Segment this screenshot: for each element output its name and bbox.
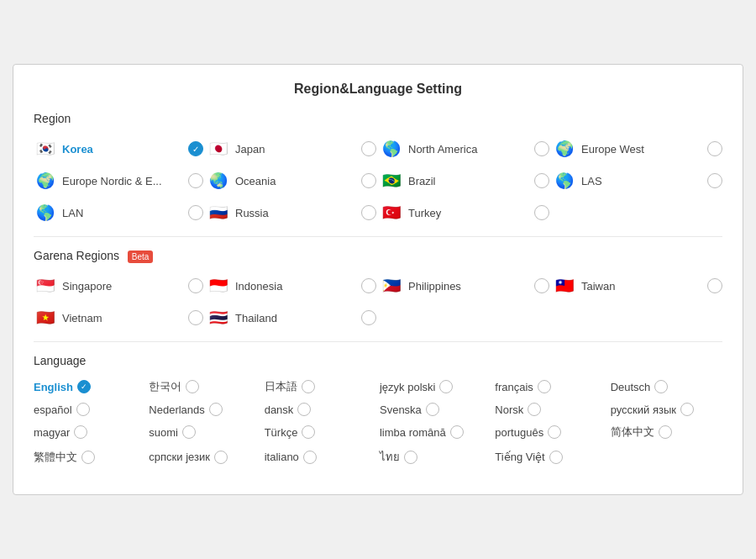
garena-label-thailand: Thailand <box>235 312 356 324</box>
lang-item-dutch[interactable]: Nederlands <box>149 403 260 416</box>
lang-label-spanish: español <box>34 403 72 416</box>
lang-label-vietnamese: Tiếng Việt <box>495 451 544 463</box>
garena-label-singapore: Singapore <box>62 280 183 293</box>
garena-grid: 🇸🇬 Singapore 🇮🇩 Indonesia 🇵🇭 Philippines… <box>34 274 722 330</box>
garena-item-vietnam[interactable]: 🇻🇳 Vietnam <box>34 306 203 330</box>
region-label-europe_nordic: Europe Nordic & E... <box>62 175 183 187</box>
garena-item-singapore[interactable]: 🇸🇬 Singapore <box>34 274 203 298</box>
garena-item-philippines[interactable]: 🇵🇭 Philippines <box>380 274 549 298</box>
lang-item-serbian[interactable]: српски језик <box>149 448 260 466</box>
check-thailand <box>361 310 376 325</box>
lang-check-dutch <box>209 403 223 416</box>
check-las <box>707 173 722 188</box>
lang-item-polish[interactable]: język polski <box>380 379 491 394</box>
garena-item-taiwan[interactable]: 🇹🇼 Taiwan <box>553 274 722 298</box>
check-korea: ✓ <box>188 141 203 156</box>
region-item-russia[interactable]: 🇷🇺 Russia <box>207 201 376 224</box>
lang-check-turkish <box>302 425 315 439</box>
language-section-title: Language <box>34 354 722 367</box>
flag-north_america: 🌎 <box>380 137 403 161</box>
lang-item-norwegian[interactable]: Norsk <box>495 403 606 416</box>
lang-label-dutch: Nederlands <box>149 403 205 416</box>
flag-philippines: 🇵🇭 <box>380 274 403 298</box>
region-item-europe_nordic[interactable]: 🌍 Europe Nordic & E... <box>34 169 203 192</box>
lang-check-french <box>538 380 551 393</box>
lang-item-spanish[interactable]: español <box>34 403 145 416</box>
region-label-oceania: Oceania <box>235 175 356 187</box>
lang-check-romanian <box>450 425 464 439</box>
flag-korea: 🇰🇷 <box>34 137 57 161</box>
region-label-russia: Russia <box>235 207 356 219</box>
flag-europe_nordic: 🌍 <box>34 169 57 192</box>
lang-item-traditional_chinese[interactable]: 繁體中文 <box>34 448 145 466</box>
lang-item-danish[interactable]: dansk <box>265 403 376 416</box>
check-europe_nordic <box>188 173 203 188</box>
check-turkey <box>534 205 549 220</box>
lang-label-italian: italiano <box>265 451 299 463</box>
lang-check-russian <box>680 403 694 416</box>
region-label-lan: LAN <box>62 207 183 219</box>
region-item-oceania[interactable]: 🌏 Oceania <box>207 169 376 192</box>
region-item-las[interactable]: 🌎 LAS <box>553 169 722 192</box>
garena-section: Garena Regions Beta 🇸🇬 Singapore 🇮🇩 Indo… <box>34 249 722 330</box>
region-label-europe_west: Europe West <box>581 143 702 156</box>
garena-label-philippines: Philippines <box>408 280 529 293</box>
lang-item-hungarian[interactable]: magyar <box>34 425 145 440</box>
lang-item-english[interactable]: English ✓ <box>34 379 145 394</box>
lang-item-german[interactable]: Deutsch <box>611 379 722 394</box>
lang-item-thai[interactable]: ไทย <box>380 448 491 466</box>
lang-check-danish <box>297 403 311 416</box>
flag-lan: 🌎 <box>34 201 57 224</box>
lang-check-italian <box>303 451 317 464</box>
garena-label-taiwan: Taiwan <box>581 280 702 293</box>
region-item-turkey[interactable]: 🇹🇷 Turkey <box>380 201 549 224</box>
region-item-north_america[interactable]: 🌎 North America <box>380 137 549 161</box>
lang-item-swedish[interactable]: Svenska <box>380 403 491 416</box>
lang-check-norwegian <box>528 403 541 416</box>
lang-label-thai: ไทย <box>380 448 400 466</box>
lang-item-italian[interactable]: italiano <box>265 448 376 466</box>
lang-item-vietnamese[interactable]: Tiếng Việt <box>495 448 606 466</box>
beta-badge: Beta <box>128 250 154 263</box>
lang-check-hungarian <box>74 425 87 439</box>
lang-item-finnish[interactable]: suomi <box>149 425 260 440</box>
garena-item-indonesia[interactable]: 🇮🇩 Indonesia <box>207 274 376 298</box>
region-label-brazil: Brazil <box>408 175 529 187</box>
lang-item-korean[interactable]: 한국어 <box>149 379 260 394</box>
region-label-las: LAS <box>581 175 702 187</box>
lang-item-simplified_chinese[interactable]: 简体中文 <box>611 425 722 440</box>
region-item-lan[interactable]: 🌎 LAN <box>34 201 203 224</box>
lang-label-english: English <box>34 381 73 393</box>
region-item-brazil[interactable]: 🇧🇷 Brazil <box>380 169 549 192</box>
lang-check-german <box>654 380 668 393</box>
flag-indonesia: 🇮🇩 <box>207 274 230 298</box>
lang-item-french[interactable]: français <box>495 379 606 394</box>
lang-item-japanese[interactable]: 日本語 <box>265 379 376 394</box>
region-item-japan[interactable]: 🇯🇵 Japan <box>207 137 376 161</box>
lang-item-portuguese[interactable]: português <box>495 425 606 440</box>
garena-item-thailand[interactable]: 🇹🇭 Thailand <box>207 306 376 330</box>
lang-label-romanian: limba română <box>380 426 446 439</box>
main-container: Region&Language Setting Region 🇰🇷 Korea … <box>13 64 743 495</box>
region-section: Region 🇰🇷 Korea ✓ 🇯🇵 Japan 🌎 North Ameri… <box>34 112 722 224</box>
flag-japan: 🇯🇵 <box>207 137 230 161</box>
lang-label-traditional_chinese: 繁體中文 <box>34 450 77 465</box>
lang-item-romanian[interactable]: limba română <box>380 425 491 440</box>
region-item-europe_west[interactable]: 🌍 Europe West <box>553 137 722 161</box>
language-section: Language English ✓ 한국어 日本語 język polski … <box>34 354 722 466</box>
flag-russia: 🇷🇺 <box>207 201 230 224</box>
check-singapore <box>188 278 203 293</box>
lang-item-russian[interactable]: русский язык <box>611 403 722 416</box>
region-section-title: Region <box>34 112 722 125</box>
flag-las: 🌎 <box>553 169 576 192</box>
check-taiwan <box>707 278 722 293</box>
region-item-korea[interactable]: 🇰🇷 Korea ✓ <box>34 137 203 161</box>
lang-item-turkish[interactable]: Türkçe <box>265 425 376 440</box>
check-russia <box>361 205 376 220</box>
lang-label-danish: dansk <box>265 403 294 416</box>
lang-label-german: Deutsch <box>611 381 651 393</box>
lang-check-simplified_chinese <box>659 425 672 439</box>
check-indonesia <box>361 278 376 293</box>
check-north_america <box>534 141 549 156</box>
lang-label-hungarian: magyar <box>34 426 70 439</box>
